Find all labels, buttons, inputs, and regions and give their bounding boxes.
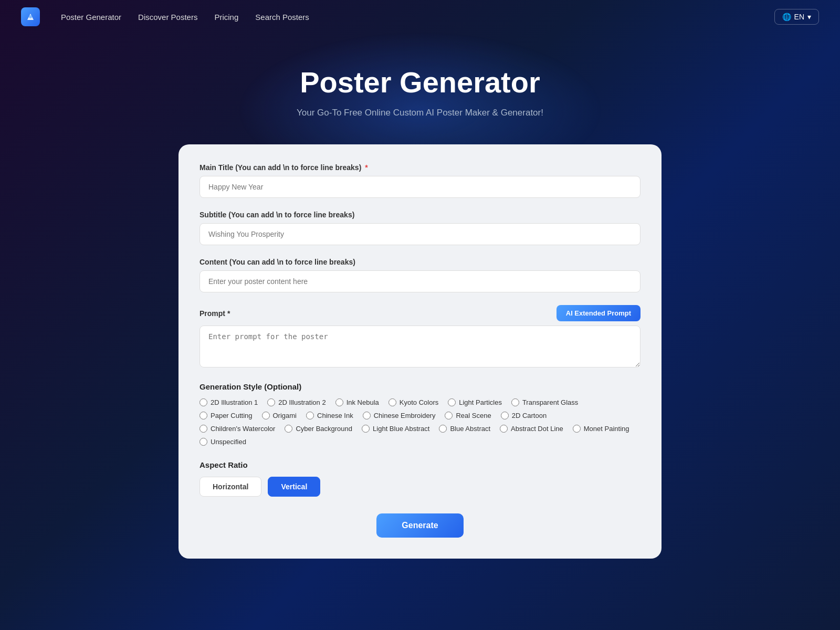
style-option-1[interactable]: 2D Illustration 2 — [267, 398, 326, 406]
globe-icon: 🌐 — [782, 13, 791, 21]
subtitle-input[interactable] — [200, 223, 640, 245]
prompt-required: * — [227, 309, 230, 318]
style-option-17[interactable]: Monet Painting — [573, 425, 629, 433]
style-option-3[interactable]: Kyoto Colors — [388, 398, 438, 406]
style-label-3: Kyoto Colors — [400, 398, 438, 406]
prompt-label: Prompt * — [200, 309, 230, 318]
style-label-17: Monet Painting — [584, 425, 629, 433]
style-option-13[interactable]: Cyber Background — [285, 425, 352, 433]
style-option-9[interactable]: Chinese Embroidery — [363, 412, 436, 419]
style-option-7[interactable]: Origami — [262, 412, 297, 419]
style-grid: 2D Illustration 12D Illustration 2Ink Ne… — [200, 398, 640, 446]
language-button[interactable]: 🌐 EN ▾ — [774, 9, 819, 25]
style-label-15: Blue Abstract — [450, 425, 490, 433]
main-title-input[interactable] — [200, 176, 640, 198]
style-label-2: Ink Nebula — [346, 398, 379, 406]
generation-style-title: Generation Style (Optional) — [200, 382, 640, 391]
style-label-4: Light Particles — [459, 398, 502, 406]
main-title-group: Main Title (You can add \n to force line… — [200, 163, 640, 198]
style-radio-0[interactable] — [200, 398, 207, 406]
prompt-textarea[interactable] — [200, 326, 640, 368]
main-title-label: Main Title (You can add \n to force line… — [200, 163, 640, 172]
style-option-0[interactable]: 2D Illustration 1 — [200, 398, 258, 406]
generate-section: Generate — [200, 513, 640, 538]
content-input[interactable] — [200, 270, 640, 292]
style-radio-11[interactable] — [501, 412, 509, 419]
style-radio-14[interactable] — [362, 425, 370, 433]
style-radio-10[interactable] — [445, 412, 453, 419]
style-radio-3[interactable] — [388, 398, 396, 406]
aspect-buttons: Horizontal Vertical — [200, 477, 640, 497]
style-option-5[interactable]: Transparent Glass — [511, 398, 578, 406]
nav-logo[interactable] — [21, 7, 40, 26]
discover-posters-link[interactable]: Discover Posters — [138, 13, 197, 22]
style-option-4[interactable]: Light Particles — [448, 398, 502, 406]
svg-point-0 — [29, 15, 32, 18]
generate-button[interactable]: Generate — [376, 513, 463, 538]
content-label: Content (You can add \n to force line br… — [200, 258, 640, 266]
aspect-horizontal-button[interactable]: Horizontal — [200, 477, 261, 497]
form-card: Main Title (You can add \n to force line… — [178, 144, 662, 559]
style-option-2[interactable]: Ink Nebula — [335, 398, 379, 406]
style-label-10: Real Scene — [456, 412, 491, 419]
chevron-down-icon: ▾ — [807, 13, 811, 21]
style-label-1: 2D Illustration 2 — [278, 398, 326, 406]
style-radio-5[interactable] — [511, 398, 519, 406]
hero-section: Poster Generator Your Go-To Free Online … — [0, 34, 840, 144]
style-radio-1[interactable] — [267, 398, 275, 406]
style-radio-8[interactable] — [306, 412, 314, 419]
prompt-header: Prompt * AI Extended Prompt — [200, 305, 640, 321]
style-option-10[interactable]: Real Scene — [445, 412, 491, 419]
style-option-14[interactable]: Light Blue Abstract — [362, 425, 429, 433]
style-radio-7[interactable] — [262, 412, 270, 419]
subtitle-group: Subtitle (You can add \n to force line b… — [200, 211, 640, 245]
style-label-8: Chinese Ink — [317, 412, 353, 419]
style-radio-9[interactable] — [363, 412, 371, 419]
aspect-ratio-section: Aspect Ratio Horizontal Vertical — [200, 460, 640, 497]
aspect-vertical-button[interactable]: Vertical — [268, 477, 320, 497]
nav-right: 🌐 EN ▾ — [774, 9, 819, 25]
style-label-12: Children's Watercolor — [211, 425, 275, 433]
style-option-8[interactable]: Chinese Ink — [306, 412, 353, 419]
style-radio-18[interactable] — [200, 438, 207, 446]
lang-label: EN — [794, 13, 804, 21]
style-radio-15[interactable] — [439, 425, 447, 433]
style-label-14: Light Blue Abstract — [373, 425, 429, 433]
style-radio-17[interactable] — [573, 425, 581, 433]
prompt-group: Prompt * AI Extended Prompt — [200, 305, 640, 370]
ai-extended-prompt-button[interactable]: AI Extended Prompt — [556, 305, 640, 321]
style-radio-2[interactable] — [335, 398, 343, 406]
navbar: Poster Generator Discover Posters Pricin… — [0, 0, 840, 34]
style-radio-6[interactable] — [200, 412, 207, 419]
style-option-12[interactable]: Children's Watercolor — [200, 425, 275, 433]
style-radio-4[interactable] — [448, 398, 456, 406]
style-label-6: Paper Cutting — [211, 412, 253, 419]
content-group: Content (You can add \n to force line br… — [200, 258, 640, 292]
generation-style-group: Generation Style (Optional) 2D Illustrat… — [200, 382, 640, 446]
hero-title: Poster Generator — [10, 65, 830, 99]
style-label-18: Unspecified — [211, 438, 246, 446]
style-radio-13[interactable] — [285, 425, 292, 433]
search-posters-link[interactable]: Search Posters — [255, 13, 309, 22]
style-option-15[interactable]: Blue Abstract — [439, 425, 490, 433]
aspect-ratio-title: Aspect Ratio — [200, 460, 640, 469]
hero-subtitle: Your Go-To Free Online Custom AI Poster … — [10, 108, 830, 118]
nav-links: Poster Generator Discover Posters Pricin… — [61, 13, 774, 22]
poster-generator-link[interactable]: Poster Generator — [61, 13, 121, 22]
style-option-11[interactable]: 2D Cartoon — [501, 412, 547, 419]
style-radio-12[interactable] — [200, 425, 207, 433]
style-option-18[interactable]: Unspecified — [200, 438, 246, 446]
subtitle-label: Subtitle (You can add \n to force line b… — [200, 211, 640, 219]
style-label-11: 2D Cartoon — [512, 412, 547, 419]
style-label-13: Cyber Background — [296, 425, 352, 433]
pricing-link[interactable]: Pricing — [214, 13, 238, 22]
style-label-7: Origami — [273, 412, 297, 419]
style-option-6[interactable]: Paper Cutting — [200, 412, 253, 419]
style-label-9: Chinese Embroidery — [374, 412, 436, 419]
style-radio-16[interactable] — [500, 425, 508, 433]
style-option-16[interactable]: Abstract Dot Line — [500, 425, 563, 433]
style-label-0: 2D Illustration 1 — [211, 398, 258, 406]
logo-icon — [21, 7, 40, 26]
style-label-5: Transparent Glass — [522, 398, 578, 406]
main-title-required: * — [365, 163, 368, 172]
